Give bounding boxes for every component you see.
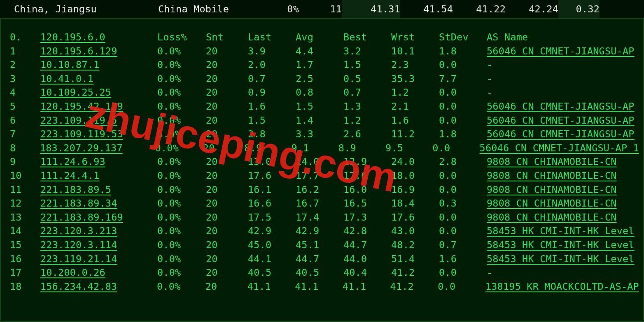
hop-index: 16 xyxy=(10,253,40,265)
hop-ip-link[interactable]: 223.109.119.53 xyxy=(40,128,157,140)
hop-ip-link[interactable]: 120.195.42.129 xyxy=(40,101,157,112)
hop-ip-link[interactable]: 120.195.6.129 xyxy=(40,45,157,57)
hop-avg: 41.1 xyxy=(295,281,343,292)
table-row: 11221.183.89.50.0%2016.116.216.016.90.09… xyxy=(10,184,639,198)
hop-ip-link[interactable]: 10.10.87.1 xyxy=(40,59,157,71)
header-avg: Avg xyxy=(296,31,343,43)
hop-last: 45.0 xyxy=(248,239,296,251)
hop-wrst: 16.9 xyxy=(391,184,439,195)
table-row: 15223.120.3.1140.0%2045.045.144.748.20.7… xyxy=(10,239,639,253)
hop-ip-link[interactable]: 10.109.25.25 xyxy=(40,87,157,98)
hop-ip-link[interactable]: 223.109.119.5 xyxy=(40,115,157,126)
hop-stdev: 1.8 xyxy=(439,128,487,140)
hop-avg: 17.4 xyxy=(296,212,343,223)
hop-snt: 20 xyxy=(203,142,244,154)
hop-loss: 0.0% xyxy=(157,225,206,237)
hop-as-name: 56046 CN CMNET-JIANGSU-AP 1 xyxy=(480,142,639,154)
hop-index: 4 xyxy=(10,87,40,98)
hop-wrst: 24.0 xyxy=(391,156,439,167)
hop-as-name: 56046 CN CMNET-JIANGSU-AP xyxy=(487,115,639,126)
hop-ip-link[interactable]: 221.183.89.5 xyxy=(40,184,157,195)
hop-ip-link[interactable]: 111.24.6.93 xyxy=(40,156,157,167)
hop-last: 42.9 xyxy=(248,225,296,237)
hop-index: 11 xyxy=(10,184,40,195)
hop-snt: 20 xyxy=(206,87,248,98)
hop-loss: 0.0% xyxy=(157,239,206,251)
hop-avg: 42.9 xyxy=(296,225,343,237)
hop-as-name: - xyxy=(487,267,639,278)
hop-stdev: 0.0 xyxy=(432,142,479,154)
probe-sent: 11 xyxy=(299,3,342,15)
hop-snt: 20 xyxy=(206,156,248,167)
header-asname: AS Name xyxy=(487,31,639,43)
table-row: 9111.24.6.930.0%2013.014.012.924.02.8980… xyxy=(10,156,639,170)
hop-avg: 0.8 xyxy=(296,87,343,98)
hop-ip-link[interactable]: 156.234.42.83 xyxy=(40,281,157,292)
table-row: 410.109.25.250.0%200.90.80.71.20.0- xyxy=(10,87,639,101)
hop-best: 44.0 xyxy=(343,253,391,265)
hop-wrst: 18.0 xyxy=(391,170,439,181)
hop-loss: 0.0% xyxy=(157,281,205,292)
hop-stdev: 1.8 xyxy=(439,45,487,57)
table-row: 6223.109.119.50.0%201.51.41.21.60.056046… xyxy=(10,115,639,129)
table-row: 310.41.0.10.0%200.72.50.535.37.7- xyxy=(10,73,639,87)
hop-wrst: 2.3 xyxy=(391,59,439,71)
hop-as-name: 9808 CN CHINAMOBILE-CN xyxy=(487,184,639,195)
hop-ip-link[interactable]: 221.183.89.34 xyxy=(40,197,157,209)
hop-stdev: 1.6 xyxy=(439,253,487,265)
hop-ip-link[interactable]: 223.120.3.213 xyxy=(40,225,157,237)
hop-index: 18 xyxy=(10,281,40,292)
hop-ip-link[interactable]: 10.200.0.26 xyxy=(40,267,157,278)
hop-wrst: 17.6 xyxy=(391,212,439,223)
hop-ip-link[interactable]: 10.41.0.1 xyxy=(40,73,157,85)
header-stdev: StDev xyxy=(439,31,487,43)
hop-snt: 20 xyxy=(206,225,248,237)
hop-best: 40.4 xyxy=(343,267,391,278)
hop-ip-link[interactable]: 223.119.21.14 xyxy=(40,253,157,265)
hop-wrst: 41.2 xyxy=(391,267,439,278)
hop-avg: 14.0 xyxy=(296,156,343,167)
hop-ip-link[interactable]: 221.183.89.169 xyxy=(40,212,157,223)
header-last: Last xyxy=(248,31,296,43)
header-ip[interactable]: 120.195.6.0 xyxy=(40,31,157,43)
hop-as-name: - xyxy=(487,59,639,71)
hop-snt: 20 xyxy=(206,267,248,278)
hop-loss: 0.0% xyxy=(157,115,206,126)
probe-loss: 0% xyxy=(250,3,299,15)
hop-stdev: 0.0 xyxy=(439,184,487,195)
hop-snt: 20 xyxy=(206,101,248,112)
hop-last: 17.5 xyxy=(248,212,296,223)
hop-last: 17.6 xyxy=(248,170,296,181)
hop-ip-link[interactable]: 183.207.29.137 xyxy=(40,142,155,154)
table-row: 14223.120.3.2130.0%2042.942.942.843.00.0… xyxy=(10,225,639,239)
hop-index: 5 xyxy=(10,101,40,112)
hop-best: 2.6 xyxy=(343,128,391,140)
hop-index: 3 xyxy=(10,73,40,85)
hop-index: 17 xyxy=(10,267,40,278)
table-row: 8183.207.29.1370.0%208.99.18.99.50.05604… xyxy=(10,142,639,156)
hop-last: 16.6 xyxy=(248,197,296,209)
table-row: 210.10.87.10.0%202.01.71.52.30.0- xyxy=(10,59,639,73)
hop-last: 44.1 xyxy=(248,253,296,265)
hop-stdev: 0.0 xyxy=(439,267,487,278)
hop-avg: 40.5 xyxy=(296,267,343,278)
hop-loss: 0.0% xyxy=(157,73,206,85)
hop-index: 14 xyxy=(10,225,40,237)
probe-stdev: 0.32 xyxy=(558,0,600,18)
hop-wrst: 11.2 xyxy=(391,128,439,140)
hop-avg: 44.7 xyxy=(296,253,343,265)
hop-snt: 20 xyxy=(206,59,248,71)
hop-as-name: 58453 HK CMI-INT-HK Level xyxy=(487,239,639,251)
hop-ip-link[interactable]: 223.120.3.114 xyxy=(40,239,157,251)
hop-as-name: 58453 HK CMI-INT-HK Level xyxy=(487,225,639,237)
hop-as-name: 9808 CN CHINAMOBILE-CN xyxy=(487,170,639,181)
hop-last: 2.0 xyxy=(248,59,296,71)
hop-index: 7 xyxy=(10,128,40,140)
hop-wrst: 18.4 xyxy=(391,197,439,209)
hop-last: 3.9 xyxy=(248,45,296,57)
probe-location: China, Jiangsu xyxy=(14,3,158,15)
hop-snt: 20 xyxy=(206,73,248,85)
table-row: 1120.195.6.1290.0%203.94.43.210.11.85604… xyxy=(10,45,639,59)
table-row: 7223.109.119.535.0%202.83.32.611.21.8560… xyxy=(10,128,639,142)
hop-ip-link[interactable]: 111.24.4.1 xyxy=(40,170,157,181)
